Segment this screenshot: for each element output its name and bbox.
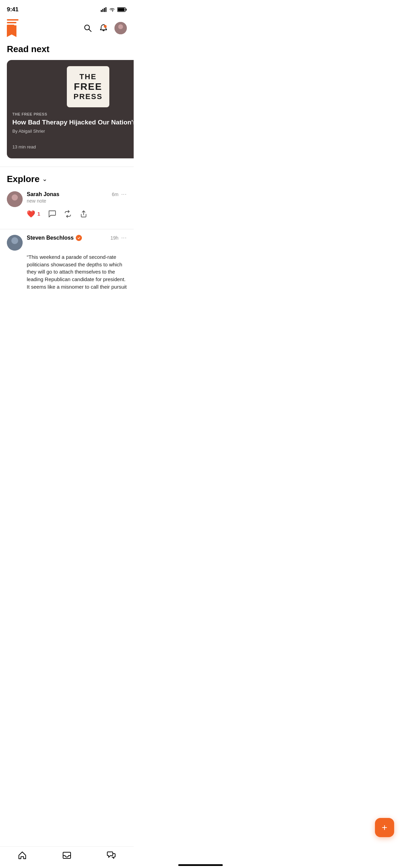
card-footer: 13 min read ••• <box>7 141 134 158</box>
explore-dropdown-button[interactable]: ⌄ <box>42 175 47 183</box>
post-name-row-steven: Steven Beschloss 19h ··· <box>27 235 127 241</box>
post-subtitle-sarah: new note <box>27 198 127 204</box>
post-name-group-steven: Steven Beschloss <box>27 235 82 241</box>
post-actions-sarah: ❤️ 1 <box>7 210 127 218</box>
logo[interactable] <box>7 19 19 37</box>
section-divider <box>0 167 134 167</box>
like-count-sarah: 1 <box>37 211 40 217</box>
logo-lines <box>7 19 19 26</box>
post-time-more-steven: 19h ··· <box>110 235 127 241</box>
avatar-image <box>114 22 127 34</box>
svg-point-16 <box>11 237 18 244</box>
heart-icon: ❤️ <box>27 210 35 218</box>
notifications-icon <box>99 24 108 32</box>
card-author: By Abigail Shrier <box>12 129 134 134</box>
search-button[interactable] <box>83 23 93 33</box>
logo-bookmark <box>7 25 16 37</box>
post-item-steven: Steven Beschloss 19h ··· “This weekend a… <box>0 235 134 300</box>
checkmark-icon <box>77 236 81 240</box>
article-card-free-press[interactable]: THE FREE PRESS THE FREE PRESS How Bad Th… <box>7 60 134 158</box>
comment-button-sarah[interactable] <box>48 210 56 218</box>
post-time-steven: 19h <box>110 235 118 241</box>
status-time: 9:41 <box>7 6 19 13</box>
svg-rect-5 <box>126 9 127 11</box>
card-image-area: THE FREE PRESS <box>7 60 134 112</box>
svg-point-9 <box>104 25 107 28</box>
post-name-group-sarah: Sarah Jonas <box>27 191 59 197</box>
comment-icon <box>48 210 56 218</box>
svg-line-8 <box>89 29 92 32</box>
post-more-sarah[interactable]: ··· <box>121 191 127 197</box>
svg-rect-2 <box>104 8 105 12</box>
svg-rect-1 <box>102 9 104 12</box>
post-header: Sarah Jonas 6m ··· new note <box>7 191 127 207</box>
repost-button-sarah[interactable] <box>64 210 72 218</box>
post-name-row-sarah: Sarah Jonas 6m ··· <box>27 191 127 197</box>
notifications-button[interactable] <box>99 23 108 33</box>
search-icon <box>84 24 92 32</box>
explore-header: Explore ⌄ <box>0 174 134 191</box>
like-button-sarah[interactable]: ❤️ 1 <box>27 210 40 218</box>
nav-right <box>83 22 127 34</box>
post-name-sarah[interactable]: Sarah Jonas <box>27 191 59 197</box>
post-header-info-steven: Steven Beschloss 19h ··· <box>27 235 127 241</box>
card-meta: THE FREE PRESS How Bad Therapy Hijacked … <box>7 112 134 141</box>
status-bar: 9:41 <box>0 0 134 17</box>
post-avatar-steven[interactable] <box>7 235 23 251</box>
card-source: THE FREE PRESS <box>12 112 134 116</box>
svg-point-14 <box>12 194 18 201</box>
post-time-sarah: 6m <box>112 192 118 197</box>
share-icon <box>80 210 87 218</box>
steven-avatar-image <box>7 235 23 251</box>
post-divider <box>0 229 134 229</box>
svg-rect-0 <box>101 10 102 12</box>
signal-icon <box>101 7 107 12</box>
post-avatar-sarah[interactable] <box>7 191 23 207</box>
cards-carousel: THE FREE PRESS THE FREE PRESS How Bad Th… <box>0 60 134 167</box>
top-nav <box>0 17 134 41</box>
post-header-info-sarah: Sarah Jonas 6m ··· new note <box>27 191 127 204</box>
post-time-more-sarah: 6m ··· <box>112 191 127 197</box>
post-content-steven: “This weekend a parade of second-rate po… <box>7 253 127 291</box>
post-item-sarah-jonas: Sarah Jonas 6m ··· new note ❤️ 1 <box>0 191 134 224</box>
status-icons <box>101 7 127 12</box>
wifi-icon <box>109 7 115 12</box>
svg-point-11 <box>118 24 123 29</box>
svg-rect-3 <box>106 7 107 12</box>
sarah-avatar-image <box>7 191 23 207</box>
svg-rect-6 <box>118 8 125 11</box>
free-press-logo: THE FREE PRESS <box>67 66 110 107</box>
card-read-time: 13 min read <box>12 144 36 149</box>
explore-title: Explore <box>7 174 39 184</box>
post-header-steven: Steven Beschloss 19h ··· <box>7 235 127 251</box>
user-avatar[interactable] <box>114 22 127 34</box>
read-next-header: Read next <box>0 41 134 60</box>
repost-icon <box>64 210 72 218</box>
verified-badge-steven <box>76 235 82 241</box>
post-name-steven[interactable]: Steven Beschloss <box>27 235 74 241</box>
share-button-sarah[interactable] <box>80 210 87 218</box>
battery-icon <box>117 7 127 12</box>
post-more-steven[interactable]: ··· <box>121 235 127 241</box>
card-title: How Bad Therapy Hijacked Our Nation's Sc… <box>12 118 134 126</box>
